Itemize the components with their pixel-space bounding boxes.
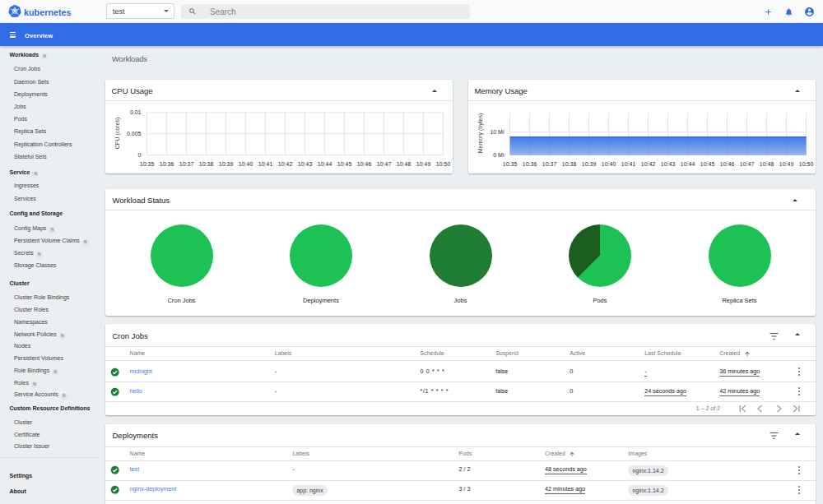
svg-text:10:50: 10:50 (436, 161, 451, 167)
svg-text:10:38: 10:38 (199, 161, 214, 167)
svg-text:10:45: 10:45 (700, 161, 715, 167)
svg-text:10:44: 10:44 (318, 161, 332, 167)
svg-text:10:49: 10:49 (416, 161, 431, 167)
svg-text:10 Mi: 10 Mi (490, 129, 504, 135)
svg-text:CPU (cores): CPU (cores) (114, 118, 121, 150)
svg-text:10:36: 10:36 (523, 161, 537, 167)
svg-text:10:50: 10:50 (799, 161, 814, 167)
svg-text:10:44: 10:44 (681, 161, 695, 167)
svg-text:10:40: 10:40 (602, 161, 616, 167)
svg-text:10:45: 10:45 (337, 161, 352, 167)
svg-text:0.01: 0.01 (130, 109, 142, 115)
svg-text:10:43: 10:43 (298, 161, 313, 167)
svg-text:10:48: 10:48 (760, 161, 774, 167)
svg-text:0: 0 (138, 152, 142, 158)
svg-text:10:42: 10:42 (641, 161, 656, 167)
svg-text:10:37: 10:37 (179, 161, 194, 167)
svg-text:10:43: 10:43 (661, 161, 676, 167)
svg-text:Memory (bytes): Memory (bytes) (477, 113, 484, 154)
svg-text:10:40: 10:40 (239, 161, 253, 167)
svg-text:10:49: 10:49 (779, 161, 794, 167)
svg-text:10:38: 10:38 (562, 161, 577, 167)
svg-text:10:48: 10:48 (397, 161, 412, 167)
svg-text:0 Mi: 0 Mi (493, 152, 504, 158)
svg-text:10:37: 10:37 (542, 161, 557, 167)
svg-text:10:42: 10:42 (278, 161, 293, 167)
svg-text:10:35: 10:35 (140, 161, 155, 167)
svg-text:10:41: 10:41 (258, 161, 273, 167)
svg-text:10:47: 10:47 (377, 161, 392, 167)
svg-text:10:39: 10:39 (219, 161, 234, 167)
svg-text:10:46: 10:46 (357, 161, 372, 167)
svg-text:10:47: 10:47 (740, 161, 755, 167)
svg-text:0.005: 0.005 (127, 131, 142, 136)
svg-text:10:41: 10:41 (621, 161, 636, 167)
svg-text:10:46: 10:46 (720, 161, 735, 167)
svg-text:10:35: 10:35 (503, 161, 518, 167)
svg-text:10:36: 10:36 (160, 161, 174, 167)
svg-text:10:39: 10:39 (582, 161, 597, 167)
